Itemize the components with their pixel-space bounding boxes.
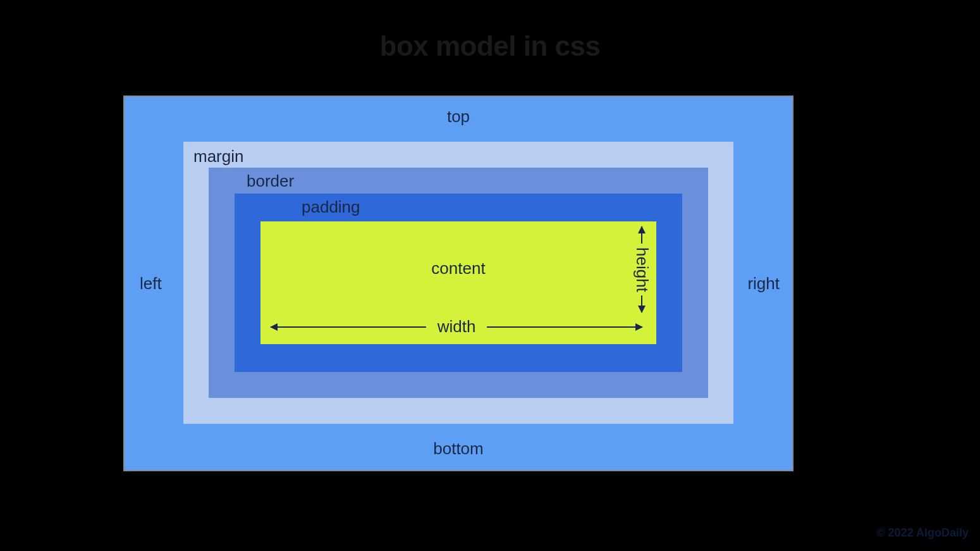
arrow-right-icon — [487, 326, 642, 328]
outer-layer: top left right bottom margin border padd… — [125, 97, 792, 470]
side-label-bottom: bottom — [125, 439, 792, 459]
width-indicator: width — [271, 317, 642, 337]
arrow-down-icon — [641, 295, 642, 313]
height-indicator: height — [631, 226, 652, 313]
border-label: border — [247, 171, 294, 191]
height-label: height — [632, 246, 652, 294]
margin-label: margin — [193, 147, 243, 166]
box-model-frame: top left right bottom margin border padd… — [123, 96, 793, 471]
side-label-top: top — [125, 107, 792, 127]
padding-layer: padding content height width — [235, 194, 682, 372]
arrow-left-icon — [271, 326, 426, 328]
side-label-left: left — [140, 274, 162, 294]
padding-label: padding — [302, 197, 360, 217]
margin-layer: margin border padding content height — [183, 142, 733, 424]
width-label: width — [434, 317, 480, 337]
arrow-up-icon — [641, 226, 642, 244]
side-label-right: right — [747, 274, 780, 294]
credit-text: © 2022 AlgoDaily — [876, 526, 969, 540]
content-layer: content height width — [260, 221, 656, 344]
border-layer: border padding content height width — [209, 168, 708, 398]
diagram-title: box model in css — [0, 0, 980, 70]
content-label: content — [431, 258, 485, 278]
